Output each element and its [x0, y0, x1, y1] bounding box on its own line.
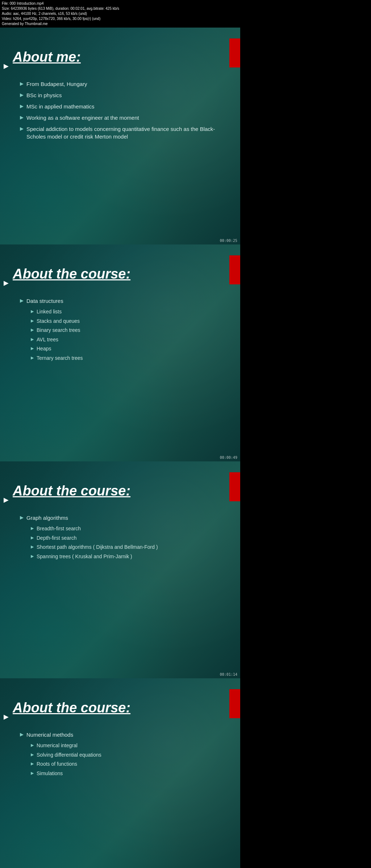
list-item: ▶ Roots of functions	[31, 761, 101, 768]
bullet-arrow: ▶	[31, 355, 34, 360]
bullet-arrow: ▶	[31, 544, 34, 549]
list-item: ▶ Special addiction to models concerning…	[20, 125, 222, 140]
list-item: ▶ BSc in physics	[20, 91, 222, 99]
bullet-text: Numerical methods	[26, 731, 73, 739]
red-accent-1	[229, 38, 240, 67]
bullet-arrow: ▶	[20, 81, 24, 86]
list-item: ▶ Graph algorithms	[20, 514, 158, 522]
list-item: ▶ Working as a software engineer at the …	[20, 114, 222, 122]
bullet-text: BSc in physics	[26, 91, 62, 99]
bullet-arrow: ▶	[20, 103, 24, 109]
bullet-arrow: ▶	[20, 92, 24, 98]
bullet-arrow: ▶	[20, 515, 24, 520]
bullet-arrow: ▶	[31, 752, 34, 757]
slide4-title: About the course:	[13, 700, 130, 716]
list-item: ▶ Solving differential equations	[31, 752, 101, 759]
list-item: ▶ Ternary search trees	[31, 355, 83, 362]
bullet-arrow: ▶	[31, 743, 34, 748]
slide-about-course-2: ▶ About the course: ▶ Graph algorithms ▶…	[0, 461, 240, 678]
red-accent-4	[229, 689, 240, 718]
slide-about-course-3: ▶ About the course: ▶ Numerical methods …	[0, 678, 240, 868]
slide-about-me: ▶ About me: ▶ From Budapest, Hungary ▶ B…	[0, 28, 240, 244]
bullet-text: Ternary search trees	[37, 355, 83, 362]
list-item: ▶ Binary search trees	[31, 327, 83, 334]
file-info-line1: File: 000 Introduction.mp4	[2, 1, 238, 6]
bullet-text: Graph algorithms	[26, 514, 68, 522]
bullet-arrow: ▶	[31, 337, 34, 342]
bullet-text: Depth-first search	[37, 535, 76, 542]
file-info-line2: Size: 64239936 bytes (613 MiB), duration…	[2, 6, 238, 11]
bullet-text: Solving differential equations	[37, 752, 101, 759]
file-info-line5: Generated by Thumbnail.me	[2, 21, 238, 26]
list-item: ▶ MSc in applied mathematics	[20, 103, 222, 110]
bullet-text: Numerical integral	[37, 742, 78, 749]
list-item: ▶ From Budapest, Hungary	[20, 80, 222, 88]
bullet-arrow: ▶	[31, 761, 34, 766]
cursor-indicator-3: ▶	[4, 496, 9, 504]
bullet-arrow: ▶	[31, 318, 34, 323]
bullet-arrow: ▶	[31, 771, 34, 776]
bullet-text: Stacks and queues	[37, 318, 80, 325]
list-item: ▶ Breadth-first search	[31, 525, 158, 532]
slide2-content: ▶ Data structures ▶ Linked lists ▶ Stack…	[20, 297, 83, 364]
file-info-line3: Audio: aac, 44100 Hz, 2 channels, s16, 5…	[2, 11, 238, 16]
bullet-arrow: ▶	[31, 309, 34, 314]
bullet-text: Spanning trees ( Kruskal and Prim-Jarnik…	[37, 553, 132, 560]
bullet-text: Roots of functions	[37, 761, 77, 768]
file-info-bar: File: 000 Introduction.mp4 Size: 6423993…	[0, 0, 240, 28]
bullet-text: Shortest path algorithms ( Dijkstra and …	[37, 544, 158, 551]
cursor-indicator-2: ▶	[4, 279, 9, 287]
bullet-arrow: ▶	[20, 298, 24, 303]
bullet-arrow: ▶	[31, 554, 34, 559]
slide3-title: About the course:	[13, 483, 130, 499]
list-item: ▶ Linked lists	[31, 308, 83, 316]
slide3-content: ▶ Graph algorithms ▶ Breadth-first searc…	[20, 514, 158, 562]
slide1-content: ▶ From Budapest, Hungary ▶ BSc in physic…	[20, 80, 222, 144]
timestamp-2: 00:00:49	[220, 456, 237, 460]
slide2-title: About the course:	[13, 266, 130, 282]
list-item: ▶ Heaps	[31, 345, 83, 353]
cursor-indicator-4: ▶	[4, 713, 9, 721]
slide4-content: ▶ Numerical methods ▶ Numerical integral…	[20, 731, 101, 779]
bullet-text: Simulations	[37, 770, 63, 777]
bullet-arrow: ▶	[20, 115, 24, 120]
bullet-text: Data structures	[26, 297, 63, 305]
bullet-text: Heaps	[37, 345, 51, 353]
list-item: ▶ Shortest path algorithms ( Dijkstra an…	[31, 544, 158, 551]
cursor-indicator-1: ▶	[4, 62, 9, 70]
bullet-arrow: ▶	[31, 328, 34, 332]
list-item: ▶ Stacks and queues	[31, 318, 83, 325]
list-item: ▶ Numerical integral	[31, 742, 101, 749]
slide1-title: About me:	[13, 49, 81, 65]
bullet-text: From Budapest, Hungary	[26, 80, 87, 88]
list-item: ▶ Data structures	[20, 297, 83, 305]
bullet-arrow: ▶	[20, 732, 24, 737]
bullet-text: Special addiction to models concerning q…	[26, 125, 222, 140]
list-item: ▶ Simulations	[31, 770, 101, 777]
bullet-arrow: ▶	[31, 535, 34, 540]
file-info-line4: Video: h264, yuv420p, 1278x720, 366 kb/s…	[2, 16, 238, 21]
bullet-arrow: ▶	[31, 346, 34, 351]
list-item: ▶ AVL trees	[31, 336, 83, 344]
timestamp-3: 00:01:14	[220, 672, 237, 676]
bullet-text: Working as a software engineer at the mo…	[26, 114, 139, 122]
red-accent-3	[229, 472, 240, 501]
bullet-arrow: ▶	[31, 526, 34, 531]
bullet-text: AVL trees	[37, 336, 58, 344]
list-item: ▶ Numerical methods	[20, 731, 101, 739]
timestamp-1: 00:00:25	[220, 239, 237, 243]
red-accent-2	[229, 255, 240, 284]
bullet-arrow: ▶	[20, 126, 24, 131]
bullet-text: Breadth-first search	[37, 525, 81, 532]
slide-about-course-1: ▶ About the course: ▶ Data structures ▶ …	[0, 244, 240, 461]
bullet-text: Binary search trees	[37, 327, 80, 334]
list-item: ▶ Spanning trees ( Kruskal and Prim-Jarn…	[31, 553, 158, 560]
bullet-text: MSc in applied mathematics	[26, 103, 95, 110]
list-item: ▶ Depth-first search	[31, 535, 158, 542]
bullet-text: Linked lists	[37, 308, 62, 316]
